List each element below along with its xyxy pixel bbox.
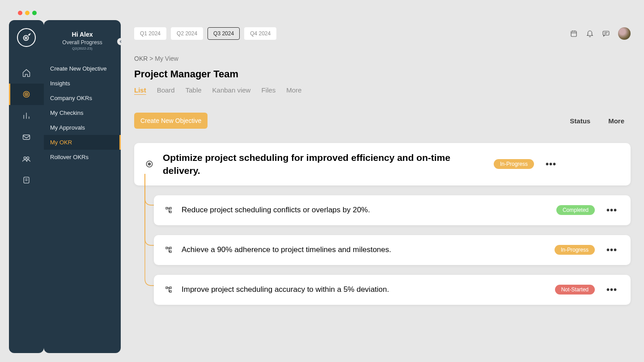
sidebar-item-company-okrs[interactable]: Company OKRs [44,91,121,105]
rail-home[interactable] [9,62,44,84]
overall-progress-label: Overall Progress [49,39,115,46]
rail-okr[interactable] [9,84,44,105]
view-tab-table[interactable]: Table [186,86,202,94]
create-objective-button[interactable]: Create New Objective [134,113,208,129]
quarter-tab-q4-2024[interactable]: Q4 2024 [244,27,276,40]
page-title: Project Manager Team [134,68,631,80]
svg-rect-35 [169,291,171,293]
window-controls [18,11,37,15]
main-content: Q1 2024Q2 2024Q3 2024Q4 2024 OKR > My Vi… [121,20,635,353]
svg-rect-14 [24,177,29,183]
key-result-status-badge: In-Progress [555,245,595,255]
period-label: Q2(2022-23) [49,46,115,51]
svg-point-1 [25,37,27,39]
sidebar-item-rollover-okrs[interactable]: Rollover OKRs [44,150,121,164]
rail-analytics[interactable] [9,105,44,126]
svg-rect-30 [166,247,168,249]
user-avatar[interactable] [618,27,631,40]
sidebar-item-my-okr[interactable]: My OKR [44,135,121,150]
quarter-tabs: Q1 2024Q2 2024Q3 2024Q4 2024 [134,27,276,40]
quarter-tab-q3-2024[interactable]: Q3 2024 [208,27,240,40]
svg-rect-21 [603,31,609,35]
calendar-icon[interactable] [570,29,578,38]
svg-rect-33 [166,287,168,289]
key-result-more-menu[interactable]: ••• [604,285,620,295]
key-result-title: Reduce project scheduling conflicts or o… [182,206,547,215]
svg-rect-29 [169,211,171,213]
bell-icon[interactable] [586,29,594,38]
sidebar-menu: Create New ObjectiveInsightsCompany OKRs… [44,61,121,164]
svg-rect-11 [23,135,30,139]
view-tabs: ListBoardTableKanban viewFilesMore [134,86,631,94]
svg-rect-32 [169,251,171,253]
svg-rect-17 [571,31,576,37]
view-tab-kanban-view[interactable]: Kanban view [212,86,251,94]
key-result-more-menu[interactable]: ••• [604,245,620,255]
breadcrumb-leaf: My View [155,55,178,62]
svg-rect-31 [169,247,171,249]
nav-rail [9,20,44,353]
app-logo[interactable] [17,28,36,47]
svg-point-12 [24,157,26,159]
view-tab-list[interactable]: List [134,86,146,94]
sidebar-item-my-checkins[interactable]: My Checkins [44,105,121,120]
key-result-status-badge: Not-Started [555,285,595,295]
minimize-window-dot[interactable] [25,11,30,15]
rail-team[interactable] [9,148,44,169]
svg-point-13 [27,157,29,159]
breadcrumb: OKR > My View [134,55,631,62]
quarter-tab-q1-2024[interactable]: Q1 2024 [134,27,166,40]
objective-card[interactable]: Optimize project scheduling for improved… [134,143,631,185]
objective-status-badge: In-Progress [494,159,534,169]
chat-icon[interactable] [602,29,610,38]
key-result-more-menu[interactable]: ••• [604,205,620,215]
key-result-card[interactable]: Achieve a 90% adherence to project timel… [154,235,631,265]
greeting: Hi Alex [49,31,115,38]
key-result-title: Improve project scheduling accuracy to w… [182,285,546,294]
view-tab-files[interactable]: Files [261,86,275,94]
hierarchy-icon [165,246,173,254]
quarter-tab-q2-2024[interactable]: Q2 2024 [171,27,203,40]
sidebar-item-my-approvals[interactable]: My Approvals [44,120,121,135]
sidebar-item-create-new-objective[interactable]: Create New Objective [44,61,121,76]
hierarchy-icon [165,206,173,214]
hierarchy-icon [165,286,173,294]
key-result-card[interactable]: Improve project scheduling accuracy to w… [154,275,631,305]
view-tab-more[interactable]: More [286,86,301,94]
sidebar-item-insights[interactable]: Insights [44,76,121,91]
status-column-header[interactable]: Status [570,117,590,125]
key-result-card[interactable]: Reduce project scheduling conflicts or o… [154,195,631,225]
view-tab-board[interactable]: Board [157,86,175,94]
breadcrumb-root[interactable]: OKR [134,55,148,62]
key-result-title: Achieve a 90% adherence to project timel… [182,245,546,254]
objective-more-menu[interactable]: ••• [543,159,559,169]
svg-rect-28 [169,207,171,209]
target-icon [145,160,154,168]
rail-notes[interactable] [9,169,44,191]
svg-point-7 [26,94,27,95]
maximize-window-dot[interactable] [32,11,37,15]
svg-point-26 [149,164,150,165]
svg-point-0 [24,35,29,40]
objective-title: Optimize project scheduling for improved… [163,151,485,177]
rail-inbox[interactable] [9,126,44,148]
svg-rect-27 [166,207,168,209]
more-column-header[interactable]: More [608,117,624,125]
key-result-status-badge: Completed [556,205,595,215]
svg-rect-34 [169,287,171,289]
close-window-dot[interactable] [18,11,22,15]
sidebar-panel: Hi Alex Overall Progress Q2(2022-23) Cre… [44,20,121,353]
